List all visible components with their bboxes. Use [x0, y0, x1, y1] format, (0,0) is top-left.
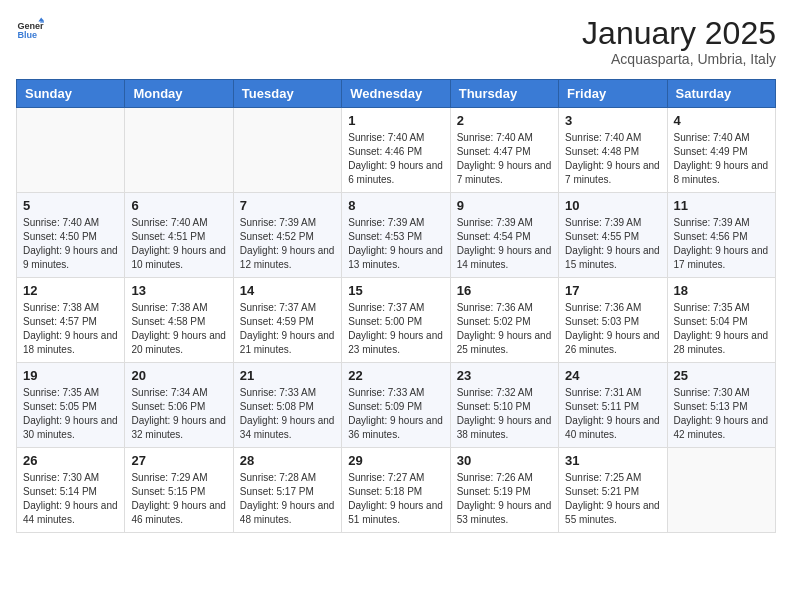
day-number: 1	[348, 113, 443, 128]
calendar-table: SundayMondayTuesdayWednesdayThursdayFrid…	[16, 79, 776, 533]
calendar-cell	[125, 108, 233, 193]
day-info: Sunrise: 7:33 AM Sunset: 5:09 PM Dayligh…	[348, 386, 443, 442]
calendar-week-3: 12Sunrise: 7:38 AM Sunset: 4:57 PM Dayli…	[17, 278, 776, 363]
day-number: 13	[131, 283, 226, 298]
calendar-cell: 6Sunrise: 7:40 AM Sunset: 4:51 PM Daylig…	[125, 193, 233, 278]
calendar-cell: 11Sunrise: 7:39 AM Sunset: 4:56 PM Dayli…	[667, 193, 775, 278]
day-info: Sunrise: 7:40 AM Sunset: 4:47 PM Dayligh…	[457, 131, 552, 187]
day-number: 3	[565, 113, 660, 128]
day-info: Sunrise: 7:40 AM Sunset: 4:51 PM Dayligh…	[131, 216, 226, 272]
calendar-cell: 12Sunrise: 7:38 AM Sunset: 4:57 PM Dayli…	[17, 278, 125, 363]
day-number: 5	[23, 198, 118, 213]
calendar-cell: 5Sunrise: 7:40 AM Sunset: 4:50 PM Daylig…	[17, 193, 125, 278]
day-number: 25	[674, 368, 769, 383]
calendar-cell	[233, 108, 341, 193]
calendar-cell: 30Sunrise: 7:26 AM Sunset: 5:19 PM Dayli…	[450, 448, 558, 533]
day-number: 14	[240, 283, 335, 298]
day-info: Sunrise: 7:38 AM Sunset: 4:57 PM Dayligh…	[23, 301, 118, 357]
day-info: Sunrise: 7:26 AM Sunset: 5:19 PM Dayligh…	[457, 471, 552, 527]
calendar-cell: 1Sunrise: 7:40 AM Sunset: 4:46 PM Daylig…	[342, 108, 450, 193]
day-number: 12	[23, 283, 118, 298]
calendar-cell: 4Sunrise: 7:40 AM Sunset: 4:49 PM Daylig…	[667, 108, 775, 193]
calendar-cell: 21Sunrise: 7:33 AM Sunset: 5:08 PM Dayli…	[233, 363, 341, 448]
svg-text:Blue: Blue	[17, 30, 37, 40]
calendar-week-4: 19Sunrise: 7:35 AM Sunset: 5:05 PM Dayli…	[17, 363, 776, 448]
calendar-cell: 26Sunrise: 7:30 AM Sunset: 5:14 PM Dayli…	[17, 448, 125, 533]
calendar-cell: 2Sunrise: 7:40 AM Sunset: 4:47 PM Daylig…	[450, 108, 558, 193]
day-number: 10	[565, 198, 660, 213]
day-number: 18	[674, 283, 769, 298]
day-info: Sunrise: 7:33 AM Sunset: 5:08 PM Dayligh…	[240, 386, 335, 442]
calendar-cell: 28Sunrise: 7:28 AM Sunset: 5:17 PM Dayli…	[233, 448, 341, 533]
day-number: 31	[565, 453, 660, 468]
day-info: Sunrise: 7:35 AM Sunset: 5:04 PM Dayligh…	[674, 301, 769, 357]
weekday-header-row: SundayMondayTuesdayWednesdayThursdayFrid…	[17, 80, 776, 108]
calendar-cell: 22Sunrise: 7:33 AM Sunset: 5:09 PM Dayli…	[342, 363, 450, 448]
calendar-cell: 19Sunrise: 7:35 AM Sunset: 5:05 PM Dayli…	[17, 363, 125, 448]
day-info: Sunrise: 7:29 AM Sunset: 5:15 PM Dayligh…	[131, 471, 226, 527]
weekday-header-saturday: Saturday	[667, 80, 775, 108]
weekday-header-wednesday: Wednesday	[342, 80, 450, 108]
day-number: 9	[457, 198, 552, 213]
day-info: Sunrise: 7:38 AM Sunset: 4:58 PM Dayligh…	[131, 301, 226, 357]
calendar-cell: 10Sunrise: 7:39 AM Sunset: 4:55 PM Dayli…	[559, 193, 667, 278]
day-number: 6	[131, 198, 226, 213]
day-info: Sunrise: 7:37 AM Sunset: 5:00 PM Dayligh…	[348, 301, 443, 357]
calendar-cell: 14Sunrise: 7:37 AM Sunset: 4:59 PM Dayli…	[233, 278, 341, 363]
day-info: Sunrise: 7:39 AM Sunset: 4:56 PM Dayligh…	[674, 216, 769, 272]
day-info: Sunrise: 7:36 AM Sunset: 5:03 PM Dayligh…	[565, 301, 660, 357]
calendar-cell: 27Sunrise: 7:29 AM Sunset: 5:15 PM Dayli…	[125, 448, 233, 533]
day-number: 30	[457, 453, 552, 468]
day-info: Sunrise: 7:39 AM Sunset: 4:52 PM Dayligh…	[240, 216, 335, 272]
day-info: Sunrise: 7:39 AM Sunset: 4:53 PM Dayligh…	[348, 216, 443, 272]
day-info: Sunrise: 7:27 AM Sunset: 5:18 PM Dayligh…	[348, 471, 443, 527]
calendar-cell: 3Sunrise: 7:40 AM Sunset: 4:48 PM Daylig…	[559, 108, 667, 193]
day-number: 16	[457, 283, 552, 298]
logo: General Blue	[16, 16, 44, 44]
day-number: 2	[457, 113, 552, 128]
day-info: Sunrise: 7:28 AM Sunset: 5:17 PM Dayligh…	[240, 471, 335, 527]
day-number: 28	[240, 453, 335, 468]
day-info: Sunrise: 7:40 AM Sunset: 4:50 PM Dayligh…	[23, 216, 118, 272]
calendar-week-5: 26Sunrise: 7:30 AM Sunset: 5:14 PM Dayli…	[17, 448, 776, 533]
day-number: 17	[565, 283, 660, 298]
day-info: Sunrise: 7:30 AM Sunset: 5:14 PM Dayligh…	[23, 471, 118, 527]
weekday-header-friday: Friday	[559, 80, 667, 108]
weekday-header-monday: Monday	[125, 80, 233, 108]
day-info: Sunrise: 7:30 AM Sunset: 5:13 PM Dayligh…	[674, 386, 769, 442]
calendar-cell: 16Sunrise: 7:36 AM Sunset: 5:02 PM Dayli…	[450, 278, 558, 363]
day-number: 20	[131, 368, 226, 383]
day-number: 11	[674, 198, 769, 213]
weekday-header-sunday: Sunday	[17, 80, 125, 108]
day-info: Sunrise: 7:40 AM Sunset: 4:46 PM Dayligh…	[348, 131, 443, 187]
calendar-week-1: 1Sunrise: 7:40 AM Sunset: 4:46 PM Daylig…	[17, 108, 776, 193]
calendar-cell: 24Sunrise: 7:31 AM Sunset: 5:11 PM Dayli…	[559, 363, 667, 448]
day-info: Sunrise: 7:39 AM Sunset: 4:55 PM Dayligh…	[565, 216, 660, 272]
day-info: Sunrise: 7:35 AM Sunset: 5:05 PM Dayligh…	[23, 386, 118, 442]
calendar-cell: 13Sunrise: 7:38 AM Sunset: 4:58 PM Dayli…	[125, 278, 233, 363]
calendar-cell: 7Sunrise: 7:39 AM Sunset: 4:52 PM Daylig…	[233, 193, 341, 278]
calendar-cell: 31Sunrise: 7:25 AM Sunset: 5:21 PM Dayli…	[559, 448, 667, 533]
calendar-cell: 18Sunrise: 7:35 AM Sunset: 5:04 PM Dayli…	[667, 278, 775, 363]
calendar-cell: 29Sunrise: 7:27 AM Sunset: 5:18 PM Dayli…	[342, 448, 450, 533]
day-info: Sunrise: 7:40 AM Sunset: 4:49 PM Dayligh…	[674, 131, 769, 187]
calendar-cell: 15Sunrise: 7:37 AM Sunset: 5:00 PM Dayli…	[342, 278, 450, 363]
day-number: 22	[348, 368, 443, 383]
day-info: Sunrise: 7:32 AM Sunset: 5:10 PM Dayligh…	[457, 386, 552, 442]
calendar-cell: 20Sunrise: 7:34 AM Sunset: 5:06 PM Dayli…	[125, 363, 233, 448]
subtitle: Acquasparta, Umbria, Italy	[582, 51, 776, 67]
day-info: Sunrise: 7:36 AM Sunset: 5:02 PM Dayligh…	[457, 301, 552, 357]
calendar-cell	[667, 448, 775, 533]
day-number: 4	[674, 113, 769, 128]
day-info: Sunrise: 7:39 AM Sunset: 4:54 PM Dayligh…	[457, 216, 552, 272]
weekday-header-thursday: Thursday	[450, 80, 558, 108]
day-info: Sunrise: 7:40 AM Sunset: 4:48 PM Dayligh…	[565, 131, 660, 187]
calendar-cell: 8Sunrise: 7:39 AM Sunset: 4:53 PM Daylig…	[342, 193, 450, 278]
calendar-cell: 25Sunrise: 7:30 AM Sunset: 5:13 PM Dayli…	[667, 363, 775, 448]
day-number: 21	[240, 368, 335, 383]
weekday-header-tuesday: Tuesday	[233, 80, 341, 108]
day-number: 29	[348, 453, 443, 468]
svg-text:General: General	[17, 21, 44, 31]
title-block: January 2025 Acquasparta, Umbria, Italy	[582, 16, 776, 67]
day-number: 15	[348, 283, 443, 298]
